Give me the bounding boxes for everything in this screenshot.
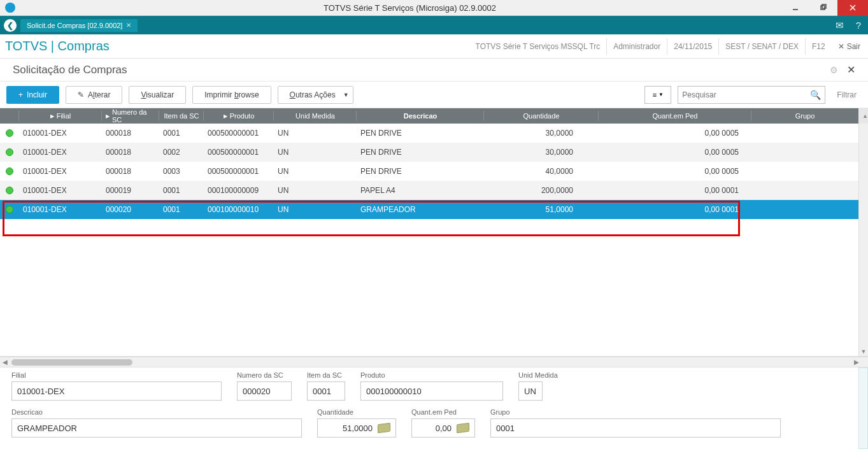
table-row[interactable]: 010001-DEX0000180001000500000001UNPEN DR… [0, 124, 868, 143]
module-tab[interactable]: Solicit.de Compras [02.9.0002] ✕ [20, 19, 138, 32]
fld-quantidade[interactable]: 51,0000 [317, 418, 396, 438]
close-page-icon[interactable]: ✕ [847, 64, 855, 76]
calculator-icon[interactable] [457, 423, 469, 434]
val-grupo: 0001 [496, 424, 515, 433]
alterar-button[interactable]: ✎ Alterar [66, 86, 122, 104]
lbl-unid: Unid Medida [518, 371, 558, 379]
back-circle-button[interactable]: ❮ [4, 19, 17, 32]
scroll-up-icon[interactable]: ▲ [862, 113, 868, 119]
fld-produto[interactable]: 000100000010 [360, 381, 503, 401]
cell-quantidade: 200,0000 [484, 186, 599, 195]
lbl-grupo: Grupo [490, 408, 781, 416]
fld-descricao[interactable]: GRAMPEADOR [11, 418, 302, 438]
minimize-button[interactable] [781, 0, 809, 16]
imprimir-button[interactable]: Imprimir browse [192, 86, 271, 104]
cell-filial: 010001-DEX [19, 148, 102, 157]
table-row[interactable]: 010001-DEX0000180002000500000001UNPEN DR… [0, 143, 868, 162]
lbl-quant-ped: Quant.em Ped [411, 408, 475, 416]
calculator-icon[interactable] [378, 423, 390, 434]
cell-quant-ped: 0,00 0005 [599, 167, 751, 176]
cell-numero: 000020 [102, 205, 159, 214]
col-quantidade[interactable]: Quantidade [484, 108, 599, 124]
lbl-filial: Filial [11, 371, 222, 379]
f12-label[interactable]: F12 [805, 38, 832, 55]
cell-numero: 000018 [102, 129, 159, 138]
scroll-thumb[interactable] [11, 359, 132, 366]
visualizar-button[interactable]: Visualizar [129, 86, 186, 104]
col-grupo[interactable]: Grupo [751, 108, 858, 124]
scroll-left-icon[interactable]: ◀ [3, 359, 8, 366]
cell-quant-ped: 0,00 0005 [599, 129, 751, 138]
col-quant-ped[interactable]: Quant.em Ped [599, 108, 751, 124]
search-input[interactable] [682, 90, 810, 99]
restore-button[interactable] [809, 0, 837, 16]
cell-filial: 010001-DEX [19, 205, 102, 214]
exit-label: Sair [847, 42, 860, 51]
cell-quantidade: 30,0000 [484, 148, 599, 157]
cell-produto: 000100000009 [204, 186, 274, 195]
incluir-button[interactable]: + Incluir [6, 86, 59, 104]
col-descricao[interactable]: Descricao [357, 108, 484, 124]
search-icon[interactable]: 🔍 [810, 90, 821, 100]
cell-descricao: PAPEL A4 [357, 186, 484, 195]
close-tab-icon[interactable]: ✕ [126, 22, 131, 29]
col-filial[interactable]: ▶Filial [19, 108, 102, 124]
search-column-selector[interactable]: ≡ ▼ [644, 86, 671, 104]
detail-v-scrollbar[interactable] [858, 367, 868, 449]
scroll-right-icon[interactable]: ▶ [854, 359, 859, 366]
filter-link[interactable]: Filtrar [832, 90, 862, 99]
gear-icon[interactable]: ⚙ [830, 65, 838, 75]
outras-label: Outras Ações [290, 90, 336, 99]
grid-h-scrollbar[interactable]: ◀ ▶ [0, 357, 868, 367]
detail-panel: Filial010001-DEX Numero da SC000020 Item… [0, 367, 868, 449]
cell-descricao: GRAMPEADOR [357, 205, 484, 214]
table-row[interactable]: 010001-DEX0000190001000100000009UNPAPEL … [0, 181, 868, 200]
help-icon[interactable]: ? [849, 20, 868, 31]
table-row[interactable]: 010001-DEX0000200001000100000010UNGRAMPE… [0, 200, 868, 219]
close-button[interactable] [837, 0, 868, 16]
fld-quant-ped[interactable]: 0,00 [411, 418, 475, 438]
lbl-numero: Numero da SC [237, 371, 292, 379]
cell-filial: 010001-DEX [19, 167, 102, 176]
incluir-label: Incluir [27, 90, 47, 99]
cell-quant-ped: 0,00 0005 [599, 148, 751, 157]
plus-icon: + [18, 90, 23, 99]
col-item[interactable]: Item da SC [159, 108, 204, 124]
fld-numero[interactable]: 000020 [237, 381, 292, 401]
col-grp-label: Grupo [795, 112, 815, 120]
status-cell [0, 148, 19, 156]
status-dot-icon [6, 206, 13, 213]
scroll-down-icon[interactable]: ▼ [861, 347, 867, 356]
module-title: TOTVS | Compras [5, 39, 110, 53]
fld-filial[interactable]: 010001-DEX [11, 381, 222, 401]
val-quantidade: 51,0000 [343, 424, 373, 433]
breadcrumb-bar: TOTVS | Compras TOTVS Série T Serviços M… [0, 34, 868, 59]
app-logo [0, 3, 38, 13]
fld-unid[interactable]: UN [518, 381, 543, 401]
outras-acoes-button[interactable]: Outras Ações ▼ [278, 86, 353, 104]
fld-grupo[interactable]: 0001 [490, 418, 781, 438]
svg-rect-1 [821, 6, 825, 10]
val-unid: UN [524, 387, 536, 396]
col-status[interactable] [0, 108, 19, 124]
env-label: TOTVS Série T Serviços MSSQL Trc [469, 38, 607, 55]
col-unid[interactable]: Unid Medida [274, 108, 357, 124]
user-label: Administrador [606, 38, 667, 55]
status-dot-icon [6, 129, 13, 137]
lbl-item: Item da SC [307, 371, 345, 379]
exit-button[interactable]: ✕ Sair [832, 42, 863, 51]
col-produto[interactable]: ▶Produto [204, 108, 274, 124]
cell-unid: UN [274, 148, 357, 157]
table-row[interactable]: 010001-DEX0000180003000500000001UNPEN DR… [0, 162, 868, 181]
search-box: 🔍 [678, 86, 825, 104]
alterar-label: Alterar [88, 90, 110, 99]
col-filial-label: Filial [57, 112, 71, 120]
mail-icon[interactable]: ✉ [830, 20, 849, 31]
col-numero[interactable]: ▶Numero da SC [102, 108, 159, 124]
val-numero: 000020 [243, 387, 270, 396]
window-title: TOTVS Série T Serviços (Microsiga) 02.9.… [38, 3, 781, 13]
window-controls [781, 0, 868, 16]
grid-v-scrollbar[interactable]: ▼ [858, 124, 868, 356]
col-qtd-label: Quantidade [523, 112, 560, 120]
fld-item[interactable]: 0001 [307, 381, 345, 401]
